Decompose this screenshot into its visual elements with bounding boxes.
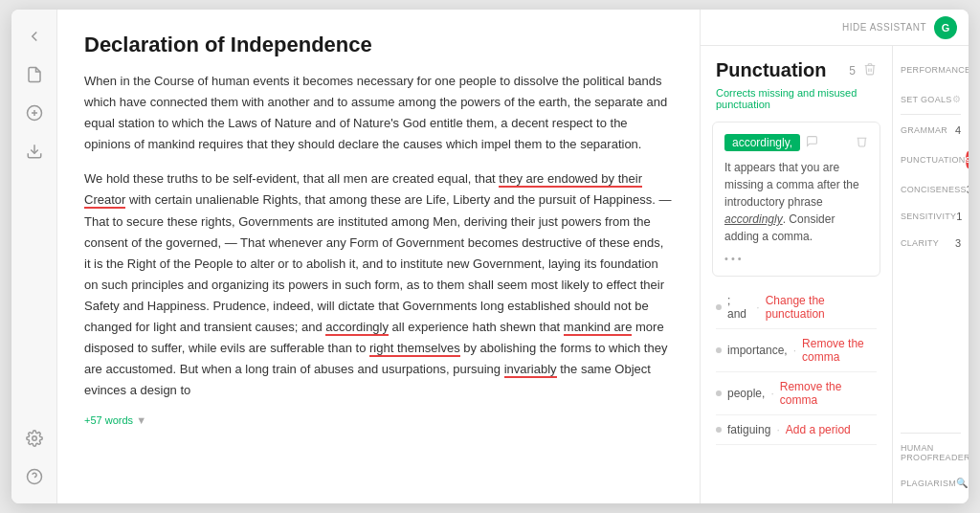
- stat-sensitivity[interactable]: SENSITIVITY 1: [893, 203, 969, 230]
- punctuation-subtitle: Corrects missing and misused punctuation: [701, 85, 892, 122]
- bullet-dot-3: [716, 390, 722, 396]
- avatar[interactable]: G: [934, 16, 957, 39]
- right-panel-body: Punctuation 5 Corrects missing and misus…: [701, 46, 969, 503]
- bullet-action-2[interactable]: Remove the comma: [802, 337, 877, 364]
- punctuation-title: Punctuation: [716, 59, 841, 81]
- stat-divider-1: [901, 114, 961, 115]
- performance-label: PERFORMANCE: [901, 65, 969, 75]
- main-content: Declaration of Independence When in the …: [57, 10, 701, 503]
- stat-conciseness[interactable]: CONCISENESS 3: [893, 176, 969, 203]
- bullet-word-4: fatiguing: [727, 423, 770, 436]
- clarity-value: 3: [955, 237, 961, 249]
- highlight-endowed: they are endowed by their Creator: [84, 171, 642, 209]
- card-more-icon[interactable]: • • •: [724, 253, 868, 264]
- settings-icon[interactable]: [19, 423, 50, 454]
- clarity-label: CLARITY: [901, 238, 939, 248]
- punctuation-stat-label: PUNCTUATION: [901, 155, 966, 165]
- bullet-action-3[interactable]: Remove the comma: [780, 380, 877, 407]
- document-icon[interactable]: [19, 59, 50, 90]
- panel-trash-icon[interactable]: [863, 62, 877, 79]
- help-icon[interactable]: [19, 461, 50, 492]
- conciseness-value: 3: [967, 184, 969, 195]
- stat-performance[interactable]: PERFORMANCE: [893, 54, 969, 86]
- highlight-invariably: invariably: [504, 362, 557, 378]
- bullet-word-2: importance,: [727, 344, 788, 357]
- bullet-action-4[interactable]: Add a period: [786, 423, 851, 436]
- back-icon[interactable]: [19, 21, 50, 52]
- conciseness-label: CONCISENESS: [901, 185, 967, 194]
- left-sidebar: [11, 10, 57, 503]
- highlight-mankind: mankind are: [564, 320, 633, 336]
- human-proofreader-label: HUMAN PROOFREADER: [901, 443, 969, 462]
- word-count[interactable]: +57 words ▼: [84, 414, 673, 426]
- download-icon[interactable]: [19, 136, 50, 167]
- punctuation-header: Punctuation 5: [701, 46, 892, 85]
- grammar-label: GRAMMAR: [901, 125, 947, 135]
- svg-point-4: [32, 436, 36, 441]
- card-header: accordingly,: [724, 134, 868, 151]
- set-goals-icon: ⚙: [952, 94, 961, 104]
- bullet-action-1[interactable]: Change the punctuation: [766, 294, 877, 321]
- add-icon[interactable]: [19, 98, 50, 128]
- paragraph-2: We hold these truths to be self-evident,…: [84, 168, 673, 401]
- bullet-word-3: people,: [727, 387, 765, 400]
- document-body[interactable]: When in the Course of human events it be…: [84, 71, 673, 401]
- top-header: HIDE ASSISTANT G: [701, 10, 969, 46]
- punctuation-count: 5: [849, 64, 856, 78]
- plagiarism-label: PLAGIARISM: [901, 479, 956, 488]
- bullet-item-1: ; and · Change the punctuation: [716, 286, 877, 329]
- suggestions-panel: Punctuation 5 Corrects missing and misus…: [701, 46, 892, 503]
- set-goals-label: SET GOALS: [901, 95, 952, 104]
- sensitivity-label: SENSITIVITY: [901, 212, 956, 221]
- bullet-item-3: people, · Remove the comma: [716, 372, 877, 415]
- stat-punctuation[interactable]: PUNCTUATION 9: [893, 144, 969, 176]
- stat-human-proofreader[interactable]: HUMAN PROOFREADER 👤: [893, 435, 969, 470]
- bullet-dot-2: [716, 347, 722, 353]
- document-title: Declaration of Independence: [84, 33, 673, 57]
- stat-divider-2: [901, 433, 961, 434]
- sensitivity-value: 1: [956, 211, 962, 222]
- bullet-item-2: importance, · Remove the comma: [716, 329, 877, 372]
- right-panel: HIDE ASSISTANT G Punctuation 5: [701, 10, 969, 503]
- card-message: It appears that you are missing a comma …: [724, 159, 868, 245]
- highlight-right: right themselves: [369, 341, 460, 357]
- bullet-word-1: ; and: [727, 294, 750, 321]
- bullet-suggestions: ; and · Change the punctuation importanc…: [701, 286, 892, 445]
- bullet-dot-4: [716, 427, 722, 433]
- card-trash-icon[interactable]: [856, 134, 868, 151]
- stat-grammar[interactable]: GRAMMAR 4: [893, 117, 969, 144]
- paragraph-1: When in the Course of human events it be…: [84, 71, 673, 155]
- hide-assistant-label[interactable]: HIDE ASSISTANT: [842, 22, 926, 33]
- stat-set-goals[interactable]: SET GOALS ⚙: [893, 86, 969, 112]
- highlight-accordingly: accordingly: [325, 320, 389, 336]
- stats-sidebar: PERFORMANCE SET GOALS ⚙: [892, 46, 969, 503]
- stat-plagiarism[interactable]: PLAGIARISM 🔍: [893, 470, 969, 496]
- stat-clarity[interactable]: CLARITY 3: [893, 230, 969, 256]
- grammar-value: 4: [955, 124, 961, 136]
- plagiarism-icon: 🔍: [956, 478, 968, 488]
- punctuation-badge: 9: [966, 151, 969, 168]
- bullet-item-4: fatiguing · Add a period: [716, 415, 877, 445]
- bullet-dot: [716, 304, 722, 310]
- tag-accordingly: accordingly,: [724, 134, 800, 151]
- suggestion-card: accordingly,: [712, 122, 880, 277]
- message-icon[interactable]: [806, 134, 818, 151]
